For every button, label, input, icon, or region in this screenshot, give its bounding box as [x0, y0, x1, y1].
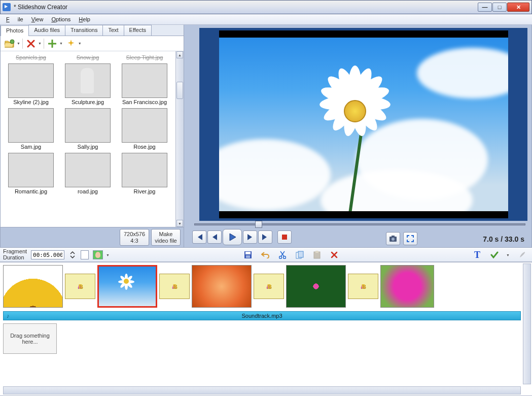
fullscreen-button[interactable] [403, 232, 417, 245]
timeline-audio-track[interactable]: ♪ Soundtrack.mp3 [3, 311, 521, 320]
thumb-label: Sculpture.jpg [72, 99, 104, 105]
thumb-image [8, 153, 54, 187]
save-icon[interactable] [243, 250, 253, 259]
close-button[interactable]: ✕ [507, 3, 529, 12]
timeline-slide[interactable] [3, 265, 63, 308]
svg-point-9 [283, 256, 286, 259]
svg-point-0 [10, 40, 14, 44]
stop-button[interactable] [277, 230, 292, 244]
thumb-item[interactable]: Sculpture.jpg [61, 62, 114, 105]
music-note-icon: ♪ [7, 313, 10, 319]
delete-timeline-icon[interactable] [330, 250, 339, 259]
app-icon [3, 3, 11, 11]
thumb-item[interactable]: Rose.jpg [118, 107, 171, 150]
menu-options[interactable]: Options [47, 15, 75, 23]
svg-rect-1 [282, 235, 287, 240]
thumb-label: Sally.jpg [78, 144, 98, 150]
thumb-item[interactable]: Spaniels.jpg [5, 53, 57, 60]
timeline-transition[interactable]: AB [254, 274, 284, 299]
thumb-label: Spaniels.jpg [16, 54, 46, 60]
timeline-slide-selected[interactable] [97, 265, 157, 308]
thumb-label: Sleep Tight.jpg [126, 54, 163, 60]
thumb-label: River.jpg [134, 188, 156, 194]
first-frame-button[interactable] [192, 230, 206, 244]
thumb-image [65, 153, 111, 187]
apply-icon[interactable] [490, 250, 499, 259]
tab-effects[interactable]: Effects [124, 25, 152, 36]
timeline-slide[interactable] [192, 265, 252, 308]
thumb-label: road.jpg [78, 188, 98, 194]
thumb-label: Rose.jpg [133, 144, 155, 150]
timeline-dropzone[interactable]: Drag something here... [3, 323, 57, 354]
menubar: File View Options Help [0, 14, 532, 25]
open-dropdown-icon[interactable]: ▼ [17, 42, 20, 45]
seek-thumb[interactable] [255, 221, 262, 228]
paste-icon[interactable] [312, 250, 322, 259]
face-dropdown-icon[interactable]: ▼ [106, 253, 110, 257]
timeline-slide[interactable] [380, 265, 434, 308]
menu-view[interactable]: View [27, 15, 48, 23]
window-title: * Slideshow Creator [14, 4, 477, 11]
tab-audio[interactable]: Audio files [28, 25, 65, 36]
scroll-up-icon[interactable]: ▲ [176, 51, 183, 58]
timeline-transition[interactable]: AB [159, 274, 190, 299]
svg-rect-11 [298, 251, 303, 257]
add-icon[interactable] [46, 38, 58, 50]
delete-dropdown-icon[interactable]: ▼ [38, 42, 42, 45]
thumb-image [122, 108, 167, 143]
copy-icon[interactable] [295, 250, 304, 259]
thumb-item[interactable]: Romantic.jpg [5, 152, 57, 194]
thumb-item[interactable]: Sam.jpg [5, 107, 57, 150]
cut-icon[interactable] [278, 250, 287, 259]
open-folder-icon[interactable] [4, 38, 16, 50]
scroll-down-icon[interactable]: ▼ [176, 220, 183, 227]
svg-point-3 [392, 238, 395, 241]
add-dropdown-icon[interactable]: ▼ [59, 42, 63, 45]
make-video-button[interactable]: Make video file [151, 229, 181, 246]
duration-stepper-icon[interactable] [68, 249, 77, 261]
play-button[interactable] [223, 229, 242, 245]
apply-dropdown-icon[interactable]: ▼ [506, 253, 510, 257]
thumb-item[interactable]: Skyline (2).jpg [5, 62, 57, 105]
timeline-vscrollbar[interactable] [523, 263, 531, 384]
resolution-button[interactable]: 720x576 4:3 [120, 229, 149, 246]
tab-text[interactable]: Text [102, 25, 124, 36]
tab-photos[interactable]: Photos [1, 25, 29, 36]
preview-viewport [199, 28, 527, 221]
last-frame-button[interactable] [258, 230, 272, 244]
timeline-slide[interactable] [286, 265, 346, 308]
timeline-hscrollbar[interactable] [3, 386, 521, 394]
prev-frame-button[interactable] [207, 230, 222, 244]
minimize-button[interactable]: — [478, 3, 492, 12]
menu-help[interactable]: Help [75, 15, 94, 23]
color-swatch[interactable] [81, 250, 89, 259]
thumb-image [8, 108, 54, 143]
timeline-transition[interactable]: AB [348, 274, 378, 299]
thumb-item[interactable]: Snow.jpg [61, 53, 114, 60]
thumb-item[interactable]: River.jpg [118, 152, 171, 194]
undo-icon[interactable] [261, 250, 270, 259]
duration-input[interactable] [31, 250, 64, 259]
thumb-item[interactable]: San Francisco.jpg [118, 62, 171, 105]
delete-icon[interactable] [25, 38, 37, 50]
thumb-item[interactable]: Sleep Tight.jpg [118, 53, 171, 60]
tab-transitions[interactable]: Transitions [65, 25, 103, 36]
sparkle-dropdown-icon[interactable]: ▼ [78, 42, 82, 45]
thumbnail-scrollbar[interactable]: ▲ ▼ [175, 51, 184, 227]
text-tool-icon[interactable]: T [473, 250, 482, 259]
scroll-thumb[interactable] [176, 82, 183, 99]
face-crop-icon[interactable] [93, 250, 103, 259]
titlebar: * Slideshow Creator — □ ✕ [0, 0, 532, 14]
timeline-transition[interactable]: AB [65, 274, 95, 299]
sparkle-icon[interactable] [65, 38, 77, 50]
snapshot-button[interactable] [386, 232, 400, 245]
timeline-photo-track[interactable]: AB AB AB AB [3, 263, 521, 309]
brush-icon[interactable] [518, 250, 527, 259]
menu-file[interactable]: File [2, 15, 27, 23]
thumb-item[interactable]: road.jpg [61, 152, 114, 194]
seek-bar[interactable] [194, 221, 525, 228]
next-frame-button[interactable] [243, 230, 257, 244]
maximize-button[interactable]: □ [492, 3, 507, 12]
thumb-item[interactable]: Sally.jpg [61, 107, 114, 150]
media-tabs: Photos Audio files Transitions Text Effe… [1, 25, 184, 36]
